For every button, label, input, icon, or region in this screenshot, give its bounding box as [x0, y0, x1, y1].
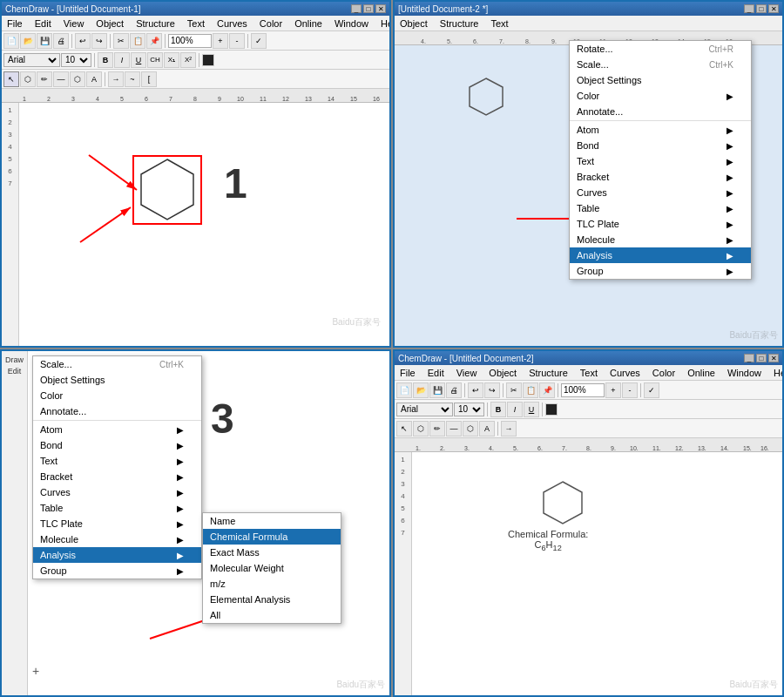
p4-underline-btn[interactable]: U — [524, 402, 539, 417]
p3-ctx-atom[interactable]: Atom ▶ — [33, 422, 201, 437]
p2-menu-text[interactable]: Text — [487, 17, 511, 30]
p4-font-select[interactable]: Arial — [396, 403, 453, 416]
eraser-tool[interactable]: ✏ — [37, 71, 52, 87]
ctx-analysis[interactable]: Analysis ▶ — [570, 247, 751, 263]
copy-btn[interactable]: 📋 — [130, 33, 145, 49]
undo-btn[interactable]: ↩ — [75, 33, 91, 49]
text-x-btn[interactable]: X₁ — [164, 52, 179, 68]
color-swatch[interactable] — [202, 54, 214, 66]
ctx-bracket[interactable]: Bracket ▶ — [570, 169, 751, 185]
save-btn[interactable]: 💾 — [37, 33, 52, 49]
p4-open-btn[interactable]: 📂 — [413, 382, 429, 398]
zoom-in-btn[interactable]: + — [213, 33, 228, 49]
p2-maximize-btn[interactable]: □ — [756, 4, 767, 13]
menu-window[interactable]: Window — [331, 17, 372, 30]
p4-restore-btn[interactable]: □ — [756, 354, 767, 362]
select-tool[interactable]: ↖ — [3, 71, 19, 87]
p2-menu-structure[interactable]: Structure — [436, 17, 483, 30]
sub-elemental[interactable]: Elemental Analysis — [203, 592, 341, 607]
p4-zoom-in[interactable]: + — [605, 382, 621, 398]
check-btn[interactable]: ✓ — [251, 33, 267, 49]
font-select[interactable]: Arial — [3, 53, 60, 67]
panel2-canvas[interactable]: 4. 5. 6. 7. 8. 9. 10. 11. 12. 13. 14. 15… — [395, 31, 782, 346]
p4-color-swatch[interactable] — [545, 403, 558, 416]
p4-check-btn[interactable]: ✓ — [644, 382, 659, 398]
ctx-atom[interactable]: Atom ▶ — [570, 122, 751, 138]
p3-ctx-molecule[interactable]: Molecule ▶ — [33, 531, 201, 547]
paste-btn[interactable]: 📌 — [146, 33, 162, 49]
p4-menu-view[interactable]: View — [453, 367, 481, 379]
sub-chemical-formula[interactable]: Chemical Formula — [203, 529, 341, 545]
text-ch-btn[interactable]: CH — [147, 52, 163, 68]
p4-menu-color[interactable]: Color — [649, 367, 679, 379]
new-btn[interactable]: 📄 — [3, 33, 19, 49]
ctx-text[interactable]: Text ▶ — [570, 153, 751, 169]
p4-save-btn[interactable]: 💾 — [429, 382, 445, 398]
menu-text[interactable]: Text — [184, 17, 208, 30]
p4-zoom-input[interactable] — [561, 383, 605, 397]
p4-font-size-select[interactable]: 10 — [454, 403, 484, 416]
ctx-scale[interactable]: Scale... Ctrl+K — [570, 57, 751, 72]
maximize-btn[interactable]: □ — [363, 4, 374, 13]
menu-online[interactable]: Online — [291, 17, 326, 30]
p4-undo-btn[interactable]: ↩ — [468, 382, 483, 398]
p2-minimize-btn[interactable]: _ — [744, 4, 754, 13]
bold-btn[interactable]: B — [98, 52, 113, 68]
p4-minimize-btn[interactable]: _ — [744, 354, 754, 362]
p3-ctx-table[interactable]: Table ▶ — [33, 500, 201, 516]
underline-btn[interactable]: U — [131, 52, 146, 68]
ctx-table[interactable]: Table ▶ — [570, 200, 751, 216]
p4-text-tool[interactable]: A — [479, 421, 495, 436]
p3-ctx-bracket[interactable]: Bracket ▶ — [33, 469, 201, 484]
font-size-select[interactable]: 10 — [61, 53, 91, 67]
p3-ctx-object-settings[interactable]: Object Settings — [33, 372, 201, 388]
p4-menu-file[interactable]: File — [396, 367, 419, 379]
ctx-color[interactable]: Color ▶ — [570, 88, 751, 104]
p4-print-btn[interactable]: 🖨 — [446, 382, 462, 398]
menu-curves[interactable]: Curves — [213, 17, 251, 30]
p4-menu-text[interactable]: Text — [577, 367, 601, 379]
p3-ctx-group[interactable]: Group ▶ — [33, 563, 201, 579]
menu-object[interactable]: Object — [92, 17, 127, 30]
p3-ctx-scale[interactable]: Scale... Ctrl+K — [33, 356, 201, 372]
p4-italic-btn[interactable]: I — [507, 402, 523, 417]
p4-eraser-tool[interactable]: ✏ — [429, 421, 445, 436]
p3-ctx-annotate[interactable]: Annotate... — [33, 403, 201, 419]
panel4-canvas[interactable]: 1 2 3 4 5 6 7 Chemical Formula: C6H12 Ba… — [395, 452, 782, 695]
p2-close-btn[interactable]: ✕ — [768, 4, 779, 13]
sub-mol-weight[interactable]: Molecular Weight — [203, 560, 341, 576]
p4-ring-tool[interactable]: ⬡ — [463, 421, 478, 436]
p4-select-tool[interactable]: ↖ — [396, 421, 412, 436]
ctx-bond[interactable]: Bond ▶ — [570, 138, 751, 153]
ctx-molecule[interactable]: Molecule ▶ — [570, 232, 751, 247]
curve-tool[interactable]: ~ — [125, 71, 140, 87]
p4-menu-online[interactable]: Online — [684, 367, 719, 379]
print-btn[interactable]: 🖨 — [53, 33, 69, 49]
p4-arrow-tool[interactable]: → — [501, 421, 517, 436]
zoom-out-btn[interactable]: - — [229, 33, 245, 49]
ctx-rotate[interactable]: Rotate... Ctrl+R — [570, 41, 751, 57]
p4-menu-edit[interactable]: Edit — [424, 367, 448, 379]
menu-color[interactable]: Color — [256, 17, 286, 30]
p4-redo-btn[interactable]: ↪ — [484, 382, 500, 398]
p4-bold-btn[interactable]: B — [490, 402, 506, 417]
arrow-tool[interactable]: → — [108, 71, 124, 87]
p4-bond-tool[interactable]: — — [446, 421, 462, 436]
p3-ctx-color[interactable]: Color — [33, 388, 201, 403]
open-btn[interactable]: 📂 — [20, 33, 36, 49]
p3-ctx-bond[interactable]: Bond ▶ — [33, 437, 201, 453]
ring-tool[interactable]: ⬡ — [70, 71, 85, 87]
p4-paste-btn[interactable]: 📌 — [539, 382, 555, 398]
cut-btn[interactable]: ✂ — [113, 33, 129, 49]
menu-view[interactable]: View — [60, 17, 88, 30]
lasso-tool[interactable]: ⬡ — [20, 71, 36, 87]
text-super-btn[interactable]: X² — [180, 52, 196, 68]
p4-new-btn[interactable]: 📄 — [396, 382, 412, 398]
sub-name[interactable]: Name — [203, 513, 341, 529]
ctx-group[interactable]: Group ▶ — [570, 263, 751, 279]
p4-close-btn[interactable]: ✕ — [768, 354, 779, 362]
p4-menu-help[interactable]: Help — [770, 367, 784, 379]
zoom-input[interactable] — [168, 34, 212, 48]
p3-ctx-text[interactable]: Text ▶ — [33, 453, 201, 469]
p4-zoom-out[interactable]: - — [622, 382, 638, 398]
